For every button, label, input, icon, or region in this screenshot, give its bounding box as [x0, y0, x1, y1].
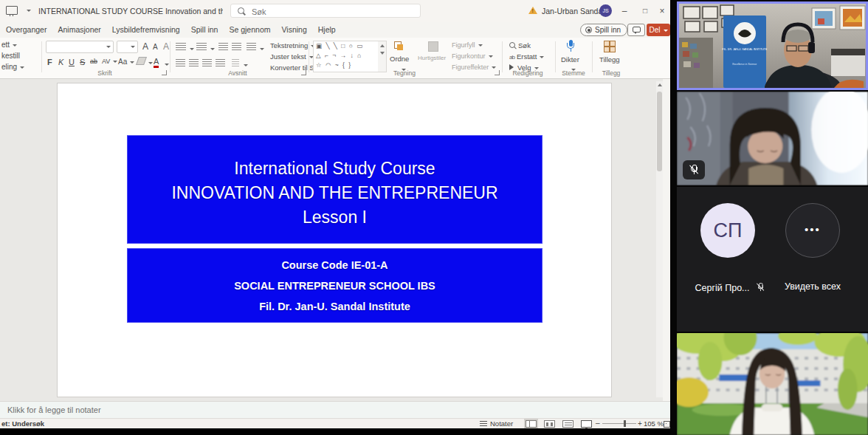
- search-box[interactable]: [230, 4, 421, 18]
- muted-mic-badge: [683, 160, 705, 179]
- columns-button[interactable]: [232, 59, 239, 66]
- notes-toggle[interactable]: Notater: [480, 419, 513, 428]
- underline-button[interactable]: U: [69, 58, 75, 66]
- tab-overganger[interactable]: Overganger: [6, 22, 46, 37]
- slide-sorter-view-button[interactable]: [544, 420, 555, 428]
- text-highlight-button[interactable]: [137, 57, 153, 66]
- numbering-chevron-icon[interactable]: [210, 48, 215, 50]
- addins-icon: [604, 41, 615, 52]
- search-input[interactable]: [250, 5, 408, 18]
- numbering-button[interactable]: [196, 43, 207, 50]
- close-button[interactable]: ×: [654, 0, 670, 22]
- slideshow-view-button[interactable]: [581, 420, 592, 428]
- slide-subtitle-box[interactable]: Course Code IE-01-A SOCIAL ENTREPRENEUR …: [127, 248, 542, 323]
- align-right-button[interactable]: [202, 59, 212, 66]
- tab-spill-inn[interactable]: Spill inn: [191, 22, 218, 37]
- grow-font-button[interactable]: A: [142, 41, 148, 52]
- bullets-button[interactable]: [176, 43, 186, 50]
- shapes-row: ▣ ╲ ╲ □ ○ ▭: [314, 41, 379, 51]
- participant-name-label: Сергій Про...: [680, 281, 780, 293]
- slide-scrollbar[interactable]: [656, 81, 663, 397]
- decrease-indent-button[interactable]: [218, 43, 228, 50]
- font-name-combo[interactable]: [46, 41, 114, 53]
- participant-tile-2[interactable]: [677, 92, 868, 185]
- paragraph-dialog-launcher-icon[interactable]: [301, 70, 306, 75]
- font-dialog-launcher-icon[interactable]: [162, 70, 167, 75]
- font-color-button[interactable]: A: [154, 58, 159, 68]
- participant-tile-avatars[interactable]: СП ••• Сергій Про... Увидеть всех: [677, 187, 868, 332]
- change-case-button[interactable]: Aa: [118, 58, 134, 66]
- slideshow-app-icon[interactable]: [6, 6, 18, 15]
- zoom-in-button[interactable]: +: [638, 419, 642, 428]
- dictate-button[interactable]: Dikter: [561, 55, 579, 64]
- bullets-chevron-icon[interactable]: [190, 48, 194, 50]
- replace-button[interactable]: abErstatt: [509, 52, 544, 61]
- font-color-chevron-icon[interactable]: [165, 64, 169, 66]
- shape-fill-button[interactable]: Figurfyll: [452, 41, 483, 49]
- zoom-level[interactable]: 105 %: [644, 419, 664, 428]
- shapes-gallery[interactable]: ▣ ╲ ╲ □ ○ ▭ △ ⌐ ¬ → ↓ ⌂ ☆ ◠ ~ { }: [313, 41, 379, 72]
- strikethrough-button[interactable]: S: [80, 58, 85, 66]
- comments-button[interactable]: [627, 24, 645, 36]
- strike-ab-button[interactable]: ab: [90, 58, 97, 65]
- warning-icon[interactable]: !: [528, 7, 537, 14]
- align-center-button[interactable]: [189, 59, 199, 66]
- quick-access-chevron-icon[interactable]: [27, 10, 31, 12]
- character-spacing-button[interactable]: AV: [102, 58, 117, 65]
- clear-formatting-button[interactable]: A: [163, 41, 169, 52]
- reading-view-button[interactable]: [562, 420, 574, 428]
- find-button[interactable]: Søk: [509, 41, 531, 49]
- record-button[interactable]: Spill inn: [580, 24, 627, 36]
- shapes-gallery-scrollbar[interactable]: [378, 41, 387, 72]
- justify-button[interactable]: [216, 59, 225, 66]
- line-spacing-button[interactable]: [247, 43, 256, 50]
- zoom-out-button[interactable]: –: [596, 419, 600, 427]
- notes-pane[interactable]: Klikk for å legge til notater: [0, 401, 670, 418]
- share-button[interactable]: Del: [647, 24, 670, 36]
- tab-visning[interactable]: Visning: [281, 22, 306, 37]
- shape-outline-button[interactable]: Figurkontur: [452, 52, 493, 60]
- arrange-button[interactable]: Ordne: [390, 55, 409, 63]
- replace-icon: ab: [509, 54, 514, 61]
- shrink-font-button[interactable]: A: [153, 43, 158, 51]
- participant-tile-host[interactable]: FIL. DR. JAN-U. SANDAL INSTITUTE Excelle…: [677, 1, 868, 90]
- tab-hjelp[interactable]: Hjelp: [318, 22, 336, 37]
- fit-slide-to-window-button[interactable]: [664, 421, 670, 428]
- participant-tile-4[interactable]: [677, 333, 868, 435]
- tab-se-gjennom[interactable]: Se gjennom: [229, 22, 270, 37]
- zoom-slider[interactable]: [602, 423, 636, 424]
- font-size-combo[interactable]: [117, 41, 138, 53]
- maximize-button[interactable]: □: [635, 0, 655, 22]
- tab-lysbildefremvisning[interactable]: Lysbildefremvisning: [112, 22, 180, 37]
- slide-title-line: International Study Course: [234, 157, 435, 181]
- italic-button[interactable]: K: [58, 58, 63, 66]
- slide-title-box[interactable]: International Study Course INNOVATION AN…: [127, 135, 542, 244]
- drawing-dialog-launcher-icon[interactable]: [495, 70, 500, 75]
- zoom-slider-thumb[interactable]: [624, 420, 626, 427]
- see-all-button[interactable]: •••: [785, 203, 840, 258]
- ribbon: ett kestill eling A A A F K U S ab AV Aa…: [0, 38, 670, 79]
- columns-chevron-icon[interactable]: [244, 64, 248, 66]
- section-button-partial[interactable]: eling: [1, 63, 24, 71]
- align-text-button[interactable]: Juster tekst: [270, 52, 314, 61]
- slide[interactable]: International Study Course INNOVATION AN…: [58, 83, 611, 397]
- reset-button-partial[interactable]: kestill: [1, 52, 20, 60]
- bold-button[interactable]: F: [47, 58, 52, 66]
- user-avatar[interactable]: JS: [599, 4, 612, 17]
- search-icon: [238, 7, 244, 14]
- increase-indent-button[interactable]: [232, 43, 241, 50]
- minimize-button[interactable]: –: [614, 0, 635, 22]
- layout-button-partial[interactable]: ett: [1, 41, 17, 49]
- quick-styles-button[interactable]: Hurtigstiler: [418, 55, 446, 61]
- align-left-button[interactable]: [176, 59, 185, 66]
- accessibility-status[interactable]: et: Undersøk: [1, 419, 44, 428]
- addins-button[interactable]: Tillegg: [599, 55, 620, 64]
- printer: [831, 49, 865, 76]
- line-spacing-chevron-icon[interactable]: [260, 48, 264, 50]
- scrollbar-thumb[interactable]: [657, 92, 662, 171]
- tab-animasjoner[interactable]: Animasjoner: [58, 22, 100, 37]
- user-name[interactable]: Jan-Urban Sandal: [542, 7, 604, 16]
- normal-view-button[interactable]: [526, 420, 537, 428]
- dictate-mic-icon: [565, 40, 576, 54]
- participant-avatar[interactable]: СП: [700, 203, 755, 258]
